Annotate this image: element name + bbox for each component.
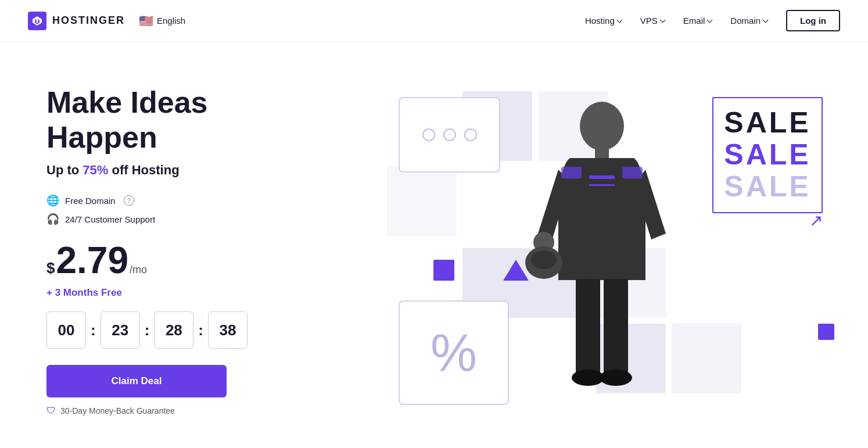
- countdown-minutes: 23: [101, 311, 140, 349]
- claim-deal-button[interactable]: Claim Deal: [46, 365, 227, 397]
- chevron-down-icon: [707, 17, 713, 23]
- language-label: English: [157, 16, 185, 26]
- browser-dot-2: [443, 128, 456, 141]
- price-section: $ 2.79 /mo: [46, 242, 325, 279]
- months-free: + 3 Months Free: [46, 287, 325, 299]
- subtitle-suffix: off Hosting: [108, 163, 179, 177]
- feature-domain: 🌐 Free Domain ?: [46, 194, 325, 207]
- sale-line-1: SALE: [724, 107, 810, 139]
- subtitle-prefix: Up to: [46, 163, 83, 177]
- percent-sign: %: [431, 327, 477, 379]
- countdown-seconds: 28: [154, 311, 193, 349]
- countdown-hours: 00: [46, 311, 86, 349]
- logo-text: HOSTINGER: [52, 15, 125, 27]
- subtitle-highlight: 75%: [83, 163, 108, 177]
- globe-icon: 🌐: [46, 194, 59, 207]
- sale-line-2: SALE: [724, 139, 810, 171]
- countdown-sep-1: :: [88, 321, 98, 339]
- chevron-down-icon: [763, 17, 769, 23]
- guarantee-text: 30-Day Money-Back Guarantee: [60, 406, 175, 415]
- svg-rect-12: [589, 175, 615, 179]
- feature-support: 🎧 24/7 Customer Support: [46, 213, 325, 225]
- countdown-timer: 00 : 23 : 28 : 38: [46, 311, 325, 349]
- countdown-sep-3: :: [196, 321, 206, 339]
- navbar: HOSTINGER 🇺🇸 English Hosting VPS Email D…: [0, 0, 868, 42]
- nav-item-hosting[interactable]: Hosting: [585, 16, 622, 26]
- browser-card: [399, 97, 500, 173]
- svg-rect-9: [604, 279, 628, 375]
- countdown-frames: 38: [208, 311, 248, 349]
- login-button[interactable]: Log in: [786, 10, 840, 31]
- person-silhouette: [521, 94, 683, 402]
- logo[interactable]: HOSTINGER: [28, 12, 125, 30]
- bg-square-3: [387, 167, 457, 236]
- price-per: /mo: [130, 264, 147, 276]
- svg-rect-8: [576, 279, 600, 375]
- deco-purple-1: [433, 260, 454, 281]
- sale-box: SALE SALE SALE: [712, 97, 823, 213]
- chevron-down-icon: [616, 17, 622, 23]
- hero-visual: % SALE SALE SALE ↗: [387, 91, 840, 411]
- percent-card: %: [399, 300, 509, 405]
- guarantee-section: 🛡 30-Day Money-Back Guarantee: [46, 406, 325, 416]
- hero-section: Make Ideas Happen Up to 75% off Hosting …: [0, 42, 868, 448]
- feature-support-text: 24/7 Customer Support: [65, 214, 155, 224]
- flag-icon: 🇺🇸: [139, 14, 153, 28]
- nav-item-email[interactable]: Email: [683, 16, 712, 26]
- hero-subtitle: Up to 75% off Hosting: [46, 163, 325, 178]
- hero-left: Make Ideas Happen Up to 75% off Hosting …: [46, 85, 325, 417]
- svg-point-7: [531, 250, 557, 269]
- price-currency: $: [46, 259, 55, 277]
- shield-icon: 🛡: [46, 406, 56, 416]
- chevron-down-icon: [659, 17, 665, 23]
- browser-dot-1: [422, 128, 435, 141]
- person-image: [509, 91, 695, 405]
- svg-rect-15: [622, 167, 643, 178]
- feature-domain-text: Free Domain: [65, 196, 116, 206]
- svg-point-3: [580, 102, 624, 150]
- hero-title: Make Ideas Happen: [46, 85, 325, 155]
- svg-point-10: [572, 370, 604, 386]
- svg-rect-2: [37, 19, 38, 23]
- language-selector[interactable]: 🇺🇸 English: [139, 14, 185, 28]
- logo-icon: [28, 12, 46, 30]
- nav-left: HOSTINGER 🇺🇸 English: [28, 12, 185, 30]
- svg-rect-14: [561, 167, 582, 178]
- svg-rect-13: [589, 184, 615, 186]
- nav-right: Hosting VPS Email Domain Log in: [585, 10, 840, 31]
- price-amount: 2.79: [56, 242, 128, 279]
- nav-item-domain[interactable]: Domain: [730, 16, 767, 26]
- features-list: 🌐 Free Domain ? 🎧 24/7 Customer Support: [46, 194, 325, 225]
- price-display: $ 2.79 /mo: [46, 242, 325, 279]
- browser-dot-3: [464, 128, 477, 141]
- info-icon[interactable]: ?: [124, 195, 134, 206]
- deco-purple-2: [818, 324, 834, 340]
- cursor-icon: ↗: [809, 211, 823, 230]
- hostinger-icon: [31, 15, 43, 27]
- countdown-sep-2: :: [142, 321, 152, 339]
- svg-point-11: [600, 370, 632, 386]
- headset-icon: 🎧: [46, 213, 59, 225]
- nav-item-vps[interactable]: VPS: [640, 16, 665, 26]
- sale-line-3: SALE: [724, 171, 810, 203]
